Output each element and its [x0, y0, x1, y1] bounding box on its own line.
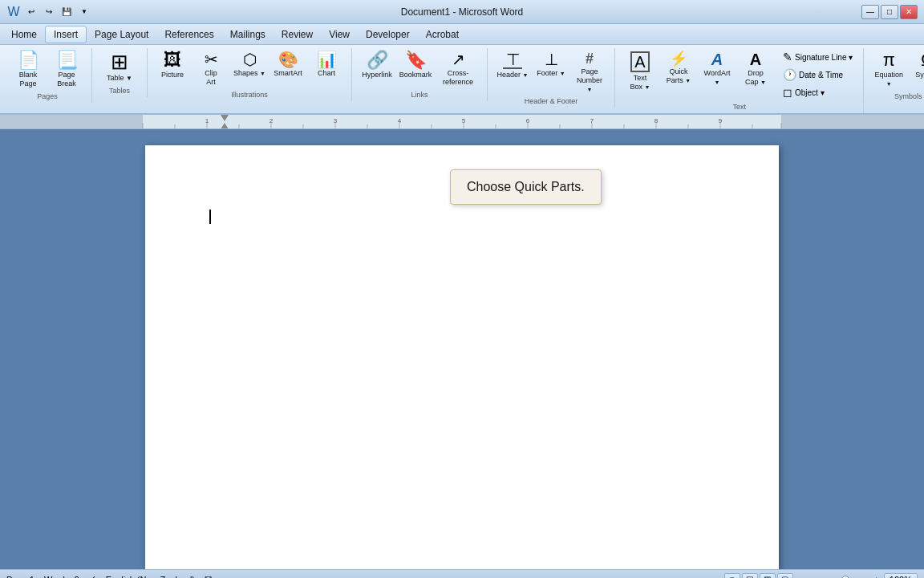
date-time-icon: 🕐 [783, 68, 796, 81]
wordart-button[interactable]: A WordArt ▼ [699, 48, 736, 89]
quick-access: W ↩ ↪ 💾 ▼ [6, 5, 91, 19]
save-button[interactable]: 💾 [59, 5, 74, 19]
hyperlink-icon: 🔗 [367, 51, 388, 69]
header-icon: ⊤ [503, 51, 522, 69]
maximize-button[interactable]: □ [881, 5, 898, 19]
page-number-button[interactable]: # PageNumber ▼ [571, 48, 608, 96]
minimize-button[interactable]: — [861, 5, 879, 19]
bookmark-icon: 🔖 [405, 51, 427, 69]
svg-text:7: 7 [590, 117, 594, 124]
menu-references[interactable]: References [156, 26, 221, 43]
svg-text:3: 3 [334, 117, 338, 124]
web-layout-button[interactable]: ▦ [760, 573, 776, 579]
clip-art-label: ClipArt [205, 69, 217, 87]
hyperlink-button[interactable]: 🔗 Hyperlink [359, 48, 395, 82]
shapes-icon: ⬡ [243, 51, 257, 67]
menu-page-layout[interactable]: Page Layout [87, 26, 156, 43]
zoom-plus-button[interactable]: + [873, 575, 878, 579]
symbols-items: π Equation ▼ Ω Symbol [870, 48, 924, 91]
object-button[interactable]: ◻ Object ▾ [779, 83, 857, 101]
table-button[interactable]: ⊞ Table ▼ [99, 48, 140, 85]
full-screen-button[interactable]: ▤ [742, 573, 758, 579]
table-label: Table ▼ [107, 74, 132, 83]
header-button[interactable]: ⊤ Header ▼ [494, 48, 531, 82]
footer-icon: ⊥ [545, 51, 558, 67]
word-icon[interactable]: W [6, 5, 21, 19]
footer-button[interactable]: ⊥ Footer ▼ [533, 48, 569, 80]
word-count: Words: 0 [44, 575, 79, 579]
page-number-status: Page 1 [6, 575, 34, 579]
drop-cap-button[interactable]: A DropCap ▼ [737, 48, 774, 89]
symbol-icon: Ω [921, 51, 924, 69]
pages-items: 📄 BlankPage 📃 PageBreak [10, 48, 85, 91]
language-label[interactable]: English (New Zealand) [106, 575, 195, 579]
ribbon-toolbar: 📄 BlankPage 📃 PageBreak Pages ⊞ Table ▼ … [0, 45, 924, 113]
chart-button[interactable]: 📊 Chart [308, 48, 345, 80]
signature-line-label: Signature Line ▾ [795, 53, 853, 62]
page-number-label: PageNumber ▼ [573, 67, 606, 93]
clip-art-button[interactable]: ✂ ClipArt [192, 48, 229, 89]
date-time-button[interactable]: 🕐 Date & Time [779, 66, 857, 83]
text-box-button[interactable]: A TextBox ▼ [622, 48, 659, 94]
menu-mailings[interactable]: Mailings [222, 26, 274, 43]
svg-text:1: 1 [205, 117, 209, 124]
links-group-label: Links [411, 91, 428, 101]
document-page[interactable]: Choose Quick Parts. [145, 145, 779, 569]
page-break-button[interactable]: 📃 PageBreak [48, 48, 85, 91]
ribbon-group-links: 🔗 Hyperlink 🔖 Bookmark ↗ Cross-reference… [354, 48, 488, 101]
pages-group-label: Pages [37, 92, 58, 103]
hyperlink-label: Hyperlink [362, 71, 392, 79]
svg-text:5: 5 [462, 117, 466, 124]
smartart-icon: 🎨 [278, 51, 298, 67]
menu-acrobat[interactable]: Acrobat [418, 26, 467, 43]
dropdown-arrow[interactable]: ▼ [77, 5, 91, 19]
ruler: 1 2 3 4 5 6 7 8 9 [0, 115, 924, 129]
blank-page-icon: 📄 [18, 51, 39, 69]
equation-button[interactable]: π Equation ▼ [870, 48, 907, 91]
redo-button[interactable]: ↪ [42, 5, 56, 19]
symbol-button[interactable]: Ω Symbol [909, 48, 924, 82]
cross-reference-button[interactable]: ↗ Cross-reference [436, 48, 480, 89]
zoom-level[interactable]: 100% [884, 573, 918, 579]
menu-view[interactable]: View [321, 26, 358, 43]
blank-page-button[interactable]: 📄 BlankPage [10, 48, 47, 91]
menu-review[interactable]: Review [274, 26, 321, 43]
chart-icon: 📊 [317, 51, 337, 67]
ribbon-group-header-footer: ⊤ Header ▼ ⊥ Footer ▼ # PageNumber ▼ Hea… [489, 48, 615, 108]
menu-insert[interactable]: Insert [45, 26, 87, 43]
date-time-label: Date & Time [799, 71, 843, 79]
menu-bar: Home Insert Page Layout References Maili… [0, 24, 924, 45]
drop-cap-icon: A [750, 51, 761, 67]
close-button[interactable]: ✕ [900, 5, 918, 19]
svg-text:2: 2 [270, 117, 274, 124]
shapes-button[interactable]: ⬡ Shapes ▼ [231, 48, 268, 80]
cross-reference-label: Cross-reference [438, 69, 478, 87]
menu-home[interactable]: Home [3, 26, 45, 43]
zoom-thumb[interactable] [841, 576, 849, 579]
status-right: ≡ ▤ ▦ ▢ − + 100% [724, 573, 918, 579]
print-layout-button[interactable]: ≡ [724, 573, 740, 579]
signature-line-button[interactable]: ✎ Signature Line ▾ [779, 48, 857, 66]
ribbon-group-symbols: π Equation ▼ Ω Symbol Symbols [865, 48, 924, 103]
object-icon: ◻ [783, 86, 792, 99]
zoom-minus-button[interactable]: − [798, 575, 803, 579]
text-items: A TextBox ▼ ⚡ QuickParts ▼ A WordArt ▼ A… [622, 48, 857, 101]
outline-button[interactable]: ▢ [777, 573, 793, 579]
status-bar: Page 1 Words: 0 ✓ English (New Zealand) … [0, 569, 924, 578]
ribbon-group-text: A TextBox ▼ ⚡ QuickParts ▼ A WordArt ▼ A… [617, 48, 864, 113]
page-number-icon: # [586, 51, 594, 66]
smartart-button[interactable]: 🎨 SmartArt [270, 48, 306, 80]
spelling-check-icon[interactable]: ✓ [89, 574, 96, 578]
picture-button[interactable]: 🖼 Picture [154, 48, 191, 82]
header-label: Header ▼ [497, 71, 529, 79]
bookmark-button[interactable]: 🔖 Bookmark [397, 48, 434, 82]
quick-parts-button[interactable]: ⚡ QuickParts ▼ [660, 48, 697, 88]
text-stacked: ✎ Signature Line ▾ 🕐 Date & Time ◻ Objec… [779, 48, 857, 101]
cross-reference-icon: ↗ [452, 51, 465, 67]
menu-developer[interactable]: Developer [358, 26, 418, 43]
ribbon-group-tables: ⊞ Table ▼ Tables [94, 48, 148, 97]
page-break-label: PageBreak [57, 71, 76, 88]
table-icon: ⊞ [111, 51, 128, 72]
illustrations-items: 🖼 Picture ✂ ClipArt ⬡ Shapes ▼ 🎨 SmartAr… [154, 48, 345, 89]
undo-button[interactable]: ↩ [24, 5, 38, 19]
